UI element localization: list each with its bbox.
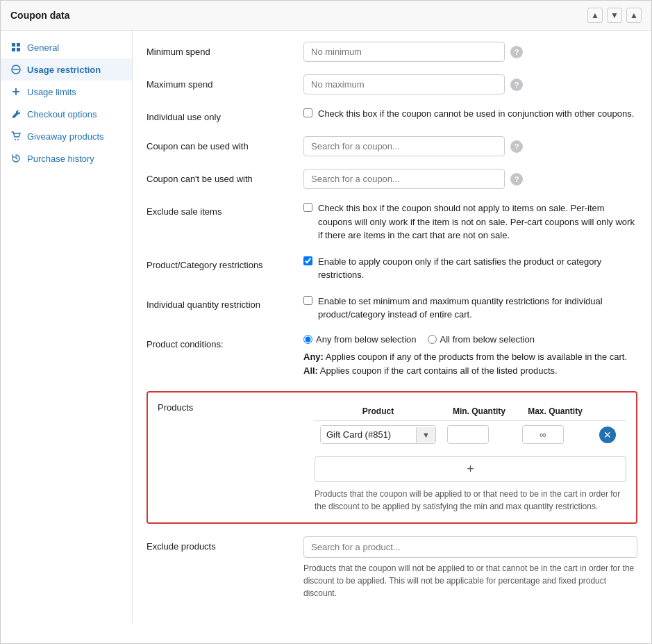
main-content: Minimum spend ? Maximum spend ? [133, 31, 651, 623]
individual-use-only-checkbox-row: Check this box if the coupon cannot be u… [303, 107, 637, 121]
exclude-sale-items-label: Exclude sale items [147, 201, 292, 218]
minimum-spend-input[interactable] [303, 42, 505, 62]
sidebar-item-checkout-options-label: Checkout options [27, 109, 97, 119]
sidebar-item-usage-limits-label: Usage limits [27, 87, 76, 97]
min-qty-cell [442, 421, 517, 449]
sidebar: General Usage restriction [1, 31, 133, 623]
coupon-data-window: Coupon data ▲ ▼ ▲ General [0, 0, 652, 644]
collapse-down-button[interactable]: ▼ [607, 8, 622, 23]
coupon-cant-be-used-row: Coupon can't be used with ? [147, 169, 637, 189]
products-col-product: Product [315, 402, 442, 421]
product-category-restrictions-checkbox[interactable] [303, 256, 312, 265]
coupon-can-be-used-label: Coupon can be used with [147, 136, 292, 153]
title-bar: Coupon data ▲ ▼ ▲ [1, 1, 651, 31]
product-conditions-label: Product conditions: [147, 334, 292, 351]
sidebar-item-purchase-history-label: Purchase history [27, 154, 94, 164]
radio-any-label: Any from below selection [316, 334, 417, 345]
minimum-spend-row: Minimum spend ? [147, 42, 637, 62]
select-chevron-icon[interactable]: ▼ [416, 427, 435, 443]
product-select[interactable]: Gift Card (#851) [321, 426, 416, 443]
products-description: Products that the coupon will be applied… [315, 488, 626, 513]
any-desc-text: Applies coupon if any of the products fr… [324, 352, 627, 362]
product-category-restrictions-row: Product/Category restrictions Enable to … [147, 255, 637, 282]
minimum-spend-label: Minimum spend [147, 42, 292, 58]
coupon-cant-be-used-help-icon[interactable]: ? [510, 173, 523, 185]
sidebar-item-general[interactable]: General [1, 36, 132, 58]
individual-quantity-restriction-row: Individual quantity restriction Enable t… [147, 295, 637, 322]
sidebar-item-usage-limits[interactable]: Usage limits [1, 81, 132, 103]
remove-product-button[interactable]: ✕ [599, 427, 616, 443]
maximum-spend-row: Maximum spend ? [147, 74, 637, 94]
coupon-can-be-used-help-icon[interactable]: ? [510, 140, 523, 153]
radio-all-item[interactable]: All from below selection [428, 334, 535, 345]
svg-rect-0 [12, 43, 15, 47]
exclude-sale-items-row: Exclude sale items Check this box if the… [147, 201, 637, 242]
plus-icon [10, 86, 22, 97]
products-label: Products [158, 402, 303, 413]
individual-use-only-row: Individual use only Check this box if th… [147, 107, 637, 124]
all-desc-bold: All: [303, 365, 318, 376]
radio-all-input[interactable] [428, 335, 437, 344]
radio-any-input[interactable] [303, 335, 312, 344]
svg-rect-3 [17, 48, 20, 51]
window-title: Coupon data [10, 10, 70, 21]
add-product-row-button[interactable]: + [315, 456, 626, 482]
expand-button[interactable]: ▲ [626, 8, 642, 23]
radio-any-item[interactable]: Any from below selection [303, 334, 417, 345]
grid-icon [10, 42, 22, 53]
product-conditions-radio-group: Any from below selection All from below … [303, 334, 637, 345]
coupon-can-be-used-input-group: ? [303, 136, 637, 156]
collapse-up-button[interactable]: ▲ [587, 8, 603, 23]
exclude-sale-items-control: Check this box if the coupon should not … [303, 201, 637, 242]
product-select-cell: Gift Card (#851) ▼ [315, 421, 442, 449]
maximum-spend-input-group: ? [303, 74, 637, 94]
individual-use-only-control: Check this box if the coupon cannot be u… [303, 107, 637, 121]
title-bar-controls: ▲ ▼ ▲ [587, 8, 642, 23]
maximum-spend-help-icon[interactable]: ? [510, 79, 523, 91]
product-select-wrap: Gift Card (#851) ▼ [320, 425, 436, 444]
products-col-actions [594, 402, 626, 421]
maximum-spend-input[interactable] [303, 74, 505, 94]
products-table: Product Min. Quantity Max. Quantity [315, 402, 626, 448]
minimum-spend-help-icon[interactable]: ? [510, 46, 523, 58]
sidebar-item-general-label: General [27, 42, 59, 53]
individual-quantity-restriction-checkbox-row: Enable to set minimum and maximum quanti… [303, 295, 637, 322]
history-icon [10, 153, 22, 164]
exclude-products-input[interactable] [303, 536, 637, 558]
coupon-cant-be-used-input[interactable] [303, 169, 505, 189]
sidebar-item-checkout-options[interactable]: Checkout options [1, 103, 132, 125]
exclude-sale-items-checkbox[interactable] [303, 203, 312, 212]
individual-quantity-restriction-control: Enable to set minimum and maximum quanti… [303, 295, 637, 322]
ban-icon [10, 64, 22, 75]
sidebar-item-giveaway-products-label: Giveaway products [27, 131, 104, 142]
min-qty-input[interactable] [447, 425, 489, 444]
minimum-spend-control: ? [303, 42, 637, 62]
exclude-sale-items-checkbox-row: Check this box if the coupon should not … [303, 201, 637, 242]
individual-quantity-restriction-checkbox-label: Enable to set minimum and maximum quanti… [318, 295, 637, 322]
individual-use-only-checkbox[interactable] [303, 108, 312, 117]
individual-quantity-restriction-checkbox[interactable] [303, 296, 312, 305]
cart-icon [10, 131, 22, 142]
sidebar-item-purchase-history[interactable]: Purchase history [1, 147, 132, 170]
remove-cell: ✕ [594, 421, 626, 449]
products-col-max-qty: Max. Quantity [517, 402, 594, 421]
products-table-header-row: Product Min. Quantity Max. Quantity [315, 402, 626, 421]
sidebar-item-usage-restriction[interactable]: Usage restriction [1, 58, 132, 81]
sidebar-item-usage-restriction-label: Usage restriction [27, 65, 101, 75]
individual-use-only-label: Individual use only [147, 107, 292, 124]
product-category-restrictions-checkbox-row: Enable to apply coupon only if the cart … [303, 255, 637, 282]
coupon-can-be-used-input[interactable] [303, 136, 505, 156]
product-conditions-description: Any: Applies coupon if any of the produc… [303, 350, 637, 379]
svg-rect-2 [12, 48, 15, 51]
product-category-restrictions-checkbox-label: Enable to apply coupon only if the cart … [318, 255, 637, 282]
max-qty-input[interactable] [522, 425, 564, 444]
max-qty-cell [517, 421, 594, 449]
sidebar-item-giveaway-products[interactable]: Giveaway products [1, 125, 132, 147]
any-desc-bold: Any: [303, 352, 324, 362]
exclude-products-control: Products that the coupon will not be app… [303, 536, 637, 600]
svg-rect-1 [17, 43, 20, 47]
svg-point-8 [15, 139, 16, 140]
maximum-spend-control: ? [303, 74, 637, 94]
exclude-sale-items-checkbox-label: Check this box if the coupon should not … [318, 201, 637, 242]
maximum-spend-label: Maximum spend [147, 74, 292, 91]
